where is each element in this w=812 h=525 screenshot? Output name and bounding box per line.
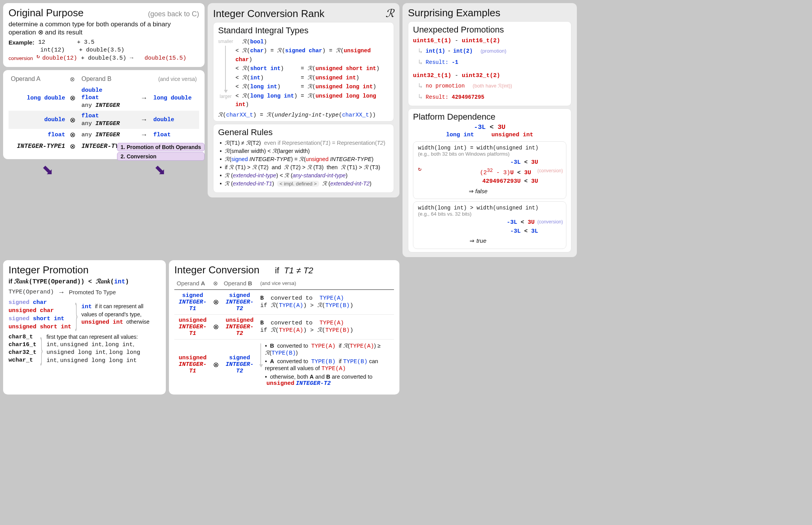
brace-icon-bottom: }	[40, 338, 43, 360]
promotion-cond: if ℛank(TYPE(Operand)) < ℛank(int)	[9, 278, 160, 285]
conversion-cond: if T1 ≠ T2	[275, 266, 313, 276]
rule-2: ℛ(signed INTEGER-TYPE) = ℛ(unsigned INTE…	[220, 155, 389, 163]
ex-l3a: double(12)	[42, 55, 77, 62]
smaller-label: smaller	[218, 39, 233, 44]
conv-r0: B converted to TYPE(A) if ℛ(TYPE(A)) > ℛ…	[258, 290, 394, 315]
rule-4: ℛ (extended-int-type) < ℛ (any-standard-…	[220, 172, 389, 180]
arrow-down-left-icon: ⬊	[42, 163, 53, 177]
curve-arrow2-icon: ↻	[418, 165, 421, 174]
arrow-down-right-icon: ⬊	[154, 163, 166, 177]
curved-arrow-icon: ↻	[36, 53, 40, 61]
rank-card: Integer Conversion Rank ℛ Standard Integ…	[208, 3, 399, 197]
larger-label: larger	[220, 94, 232, 99]
vice-versa-note: (and vice versa)	[158, 76, 197, 82]
rule-0: ℛ(T1) ≠ ℛ(T2) even if Representation(T1)…	[220, 139, 389, 147]
case1-title: width(long int) = width(unsigned int)	[418, 145, 561, 151]
purpose-card: Original Purpose (goes back to C) determ…	[3, 3, 205, 67]
ptype-b1: char16_t	[9, 341, 36, 349]
conversion-title: Integer Conversion	[174, 264, 260, 276]
c1-l2: (232 - 3)U < 3U (conversion)	[418, 167, 538, 178]
purpose-desc: determine a common type for both operand…	[9, 21, 199, 36]
ptype-3: unsigned short int	[9, 323, 71, 331]
conv-headA: Operand A	[177, 280, 205, 287]
charxx-line: ℛ(charXX_t) = ℛ(underlying-int-type(char…	[218, 112, 389, 118]
down-arrow-icon	[225, 46, 226, 92]
rank-line-4: < ℛ(long int) = ℛ(unsigned long int)	[236, 82, 389, 91]
rule-1: ℛ(smaller width) < ℛ(larger width)	[220, 147, 389, 155]
row0-b2: any INTEGER	[81, 102, 120, 109]
conv-vv: (and vice versa)	[258, 278, 394, 290]
rank-line-1: < ℛ(char) = ℛ(signed char) = ℛ(unsigned …	[236, 46, 389, 64]
examples-card: Surprising Examples Unexpected Promotion…	[403, 3, 577, 257]
ex-l1b: + 3.5	[77, 39, 95, 46]
row0-b0: double	[81, 87, 102, 94]
ex-l3b: + double(3.5) →	[81, 55, 133, 62]
ex2-line: uint32_t(1) - uint32_t(2)	[413, 71, 566, 81]
c2-l2: -3L < 3L	[418, 227, 538, 236]
pd-top: -3L < 3U	[413, 124, 566, 131]
conv-r2: B converted to TYPE(A) if ℛ(TYPE(A)) ≥ ℛ…	[258, 339, 394, 390]
ptype-b2: char32_t	[9, 349, 36, 357]
unexpected-title: Unexpected Promotions	[413, 25, 566, 35]
promote-top-text2: unsigned int otherwise	[81, 319, 150, 325]
ptype-b3: wchar_t	[9, 357, 36, 364]
row1-a: double	[9, 111, 67, 129]
promote-top-text: int if it can represent all values of op…	[81, 303, 143, 317]
case2-title: width(long int) > width(unsigned int)	[418, 205, 561, 211]
ptype-1: unsigned char	[9, 307, 71, 315]
rule-5: ℛ (extended-int-T1) < impl. defined > ℛ …	[220, 180, 389, 188]
examples-title: Surprising Examples	[408, 7, 500, 19]
purpose-note: (goes back to C)	[148, 10, 199, 18]
rank-line-5: < ℛ(long long int) = ℛ(unsigned long lon…	[236, 91, 389, 109]
row0-r: long double	[151, 85, 199, 111]
platform-title: Platform Dependence	[413, 112, 566, 122]
ptype-0: signed char	[9, 299, 71, 307]
promotion-card: Integer Promotion if ℛank(TYPE(Operand))…	[3, 260, 166, 395]
promo-col-left: TYPE(Operand)	[9, 289, 54, 295]
row1-b1: any INTEGER	[81, 120, 120, 127]
row2-b0: any INTEGER	[79, 129, 138, 141]
step1-badge: 1. Promotion of Both Operands	[117, 143, 205, 151]
purpose-title: Original Purpose	[9, 7, 84, 19]
opB-head: Operand B	[81, 75, 111, 82]
ex-l3c: double(15.5)	[145, 55, 186, 62]
ex1-result: ↳ Result: -1	[418, 57, 566, 68]
c1-l1: -3L < 3U	[418, 158, 538, 167]
pd-types: long int unsigned int	[413, 132, 566, 138]
case1-sub: (e.g., both 32 bits on Windows platforms…	[418, 151, 561, 157]
ex-l1a: 12	[38, 39, 73, 46]
row0-b1: float	[81, 94, 99, 101]
row1-b0: float	[81, 113, 99, 119]
conv-headB: Operand B	[224, 280, 252, 287]
row0-a: long double	[9, 85, 67, 111]
c2-l1: -3L < 3U (conversion)	[418, 218, 538, 227]
std-types-title: Standard Integral Types	[218, 26, 389, 36]
c2-res: ⇒ true	[418, 237, 538, 245]
rule-3: if ℛ (T1) > ℛ (T2) and ℛ (T2) > ℛ (T3) t…	[220, 163, 389, 172]
intA: INTEGER-TYPE1	[9, 141, 67, 152]
case2-sub: (e.g., 64 bits vs. 32 bits)	[418, 211, 561, 217]
promo-col-right: Promoted To Type	[69, 289, 116, 295]
steps-badges: 1. Promotion of Both Operands 2. Convers…	[117, 143, 206, 161]
down-arrow-small-icon	[260, 343, 261, 367]
ptype-2: signed short int	[9, 315, 71, 323]
conversion-label: conversion	[9, 55, 36, 62]
conv-r1: B converted to TYPE(A) if ℛ(TYPE(A)) > ℛ…	[258, 314, 394, 339]
rank-line-3: < ℛ(int) = ℛ(unsigned int)	[236, 73, 389, 82]
conversion-card: Integer Conversion if T1 ≠ T2 Operand A …	[169, 260, 399, 395]
opA-head: Operand A	[11, 75, 41, 82]
ptype-b0: char8_t	[9, 333, 36, 341]
row2-r: float	[151, 129, 199, 141]
brace-icon-top: }	[75, 304, 77, 325]
rank-symbol: ℛ	[385, 7, 394, 20]
purple-arrows: ⬊ ⬊	[3, 163, 205, 177]
c1-res: ⇒ false	[418, 187, 538, 196]
rules-title: General Rules	[218, 127, 389, 137]
step2-badge: 2. Conversion	[117, 152, 205, 161]
ex-l2a: int(12)	[40, 46, 75, 54]
c1-l3: 4294967293U < 3U	[418, 177, 538, 186]
row2-a: float	[9, 129, 67, 141]
ex1-line: uint16_t(1) - uint16_t(2)	[413, 36, 566, 46]
promotion-title: Integer Promotion	[9, 264, 89, 276]
rank-title: Integer Conversion Rank	[213, 8, 325, 20]
